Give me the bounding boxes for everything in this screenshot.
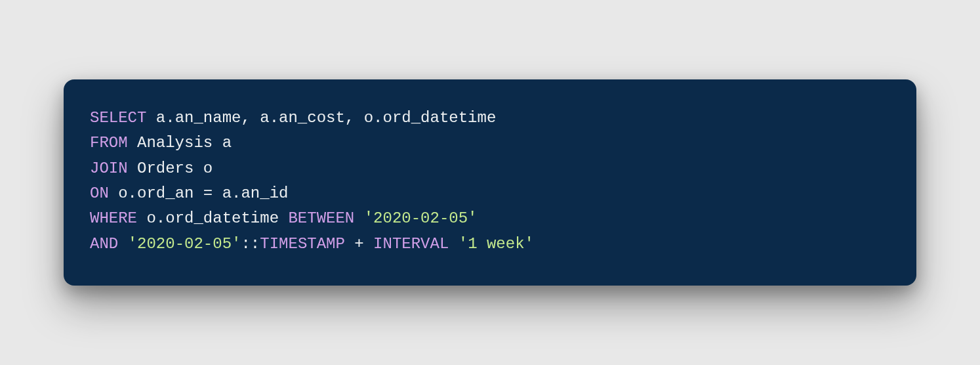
type-timestamp: TIMESTAMP: [260, 235, 345, 253]
keyword-from: FROM: [90, 134, 128, 152]
string-literal: '2020-02-05': [128, 235, 241, 253]
keyword-where: WHERE: [90, 209, 137, 227]
keyword-join: JOIN: [90, 160, 128, 177]
code-text: [354, 209, 363, 227]
code-text: [449, 235, 458, 253]
keyword-and: AND: [90, 235, 118, 253]
code-block-card: SELECT a.an_name, a.an_cost, o.ord_datet…: [64, 79, 916, 286]
keyword-on: ON: [90, 184, 109, 202]
code-text: o.ord_an = a.an_id: [109, 184, 289, 202]
code-text: Analysis a: [128, 134, 232, 152]
cast-operator: ::: [241, 235, 260, 253]
code-text: [118, 235, 127, 253]
keyword-select: SELECT: [90, 109, 146, 127]
string-literal: '1 week': [459, 235, 534, 253]
code-text: o.ord_datetime: [137, 209, 288, 227]
keyword-interval: INTERVAL: [373, 235, 449, 253]
sql-code: SELECT a.an_name, a.an_cost, o.ord_datet…: [90, 106, 890, 257]
code-text: a.an_name, a.an_cost, o.ord_datetime: [146, 109, 496, 127]
keyword-between: BETWEEN: [288, 209, 354, 227]
code-text: Orders o: [128, 160, 213, 177]
string-literal: '2020-02-05': [364, 209, 478, 227]
plus-operator: +: [345, 235, 373, 253]
